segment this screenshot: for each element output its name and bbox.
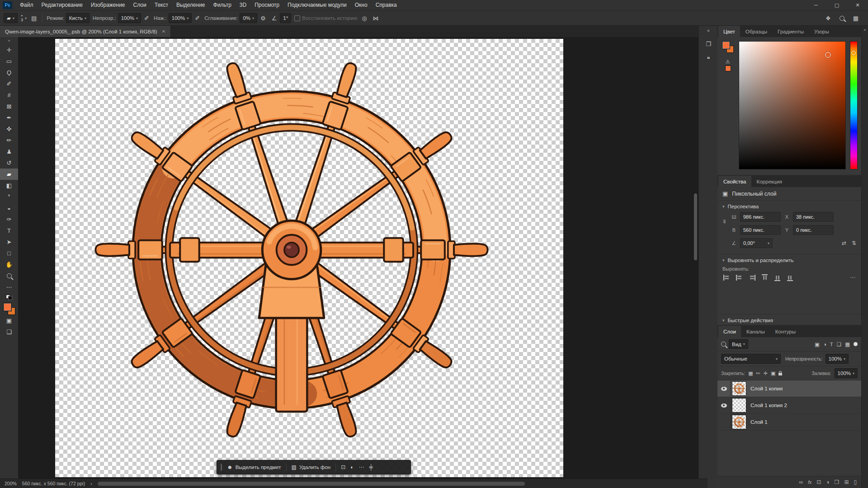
more-tools-button[interactable]: ⋯: [0, 282, 18, 293]
align-right-icon[interactable]: [749, 275, 755, 281]
horizontal-scrollbar[interactable]: [98, 482, 699, 486]
menu-item[interactable]: Изображение: [87, 0, 129, 10]
align-left-icon[interactable]: [723, 275, 730, 281]
layer-row-3[interactable]: Слой 1: [717, 414, 861, 431]
type-tool[interactable]: T: [0, 225, 18, 236]
toolbar-collapse-icon[interactable]: »: [8, 38, 10, 44]
horizontal-scrollbar-thumb[interactable]: [98, 482, 525, 486]
layer-visibility-toggle[interactable]: [717, 380, 731, 397]
filter-adjustment-layers-icon[interactable]: ◑: [823, 342, 826, 347]
filter-type-layers-icon[interactable]: T: [830, 342, 833, 347]
layer-name[interactable]: Слой 1 копия: [750, 386, 783, 391]
lock-position-icon[interactable]: ✛: [764, 371, 768, 376]
home-icon[interactable]: ❖: [824, 15, 832, 22]
lock-artboard-icon[interactable]: ▣: [771, 371, 775, 376]
x-field[interactable]: 38 пикс.: [793, 212, 834, 222]
clone-stamp-tool[interactable]: ♟: [0, 146, 18, 157]
layer-row-2[interactable]: Слой 1 копия 2: [717, 397, 861, 414]
layer-opacity-select[interactable]: 100%▾: [826, 354, 849, 364]
collapsed-panel-icon-1[interactable]: ❐: [703, 38, 714, 50]
tab-swatches[interactable]: Образцы: [741, 26, 772, 37]
zoom-level[interactable]: 200%: [5, 481, 17, 486]
angle-input[interactable]: 1°: [280, 13, 291, 23]
gradient-tool[interactable]: ◧: [0, 180, 18, 191]
flow-select[interactable]: 100%▾: [169, 13, 192, 23]
pen-tool[interactable]: ✑: [0, 214, 18, 225]
collapse-dock-icon[interactable]: «: [864, 28, 866, 32]
tab-layers[interactable]: Слои: [718, 326, 741, 337]
width-field[interactable]: 986 пикс.: [740, 212, 781, 222]
document-canvas[interactable]: ☻ Выделить предмет ▨ Удалить фон ⊡ ◐ ⋯ ╪: [55, 39, 563, 477]
pressure-opacity-icon[interactable]: ✐: [143, 15, 151, 22]
layer-name[interactable]: Слой 1 копия 2: [750, 403, 787, 408]
tab-color[interactable]: Цвет: [718, 26, 740, 37]
new-layer-icon[interactable]: ⊞: [844, 479, 849, 485]
layer-name[interactable]: Слой 1: [750, 419, 768, 425]
hand-tool[interactable]: ✋: [0, 259, 18, 270]
filter-pixel-layers-icon[interactable]: ▣: [815, 341, 820, 347]
vertical-scrollbar[interactable]: [694, 193, 697, 260]
default-colors-icon[interactable]: [6, 295, 12, 300]
layer-row-1[interactable]: Слой 1 копия: [717, 380, 861, 397]
eyedropper-tool[interactable]: ✒: [0, 112, 18, 123]
align-section-header[interactable]: ▾ Выровнять и распределить: [717, 254, 861, 265]
lock-pixels-icon[interactable]: ✏: [756, 371, 760, 376]
filter-smart-objects-icon[interactable]: ▦: [845, 341, 850, 347]
more-options-icon[interactable]: ⋯: [359, 464, 364, 470]
minimize-button[interactable]: ─: [806, 0, 826, 10]
web-color-chip[interactable]: [725, 66, 731, 71]
y-field[interactable]: 0 пикс.: [793, 225, 834, 235]
menu-item[interactable]: Окно: [351, 0, 372, 10]
blend-mode-select[interactable]: Обычные▾: [721, 354, 781, 364]
rectangular-marquee-tool[interactable]: ▭: [0, 56, 18, 67]
height-field[interactable]: 560 пикс.: [740, 225, 781, 235]
menu-item[interactable]: Редактирование: [38, 0, 87, 10]
brush-size-picker[interactable]: •3 ▾: [21, 14, 27, 22]
workspace-switcher-icon[interactable]: ▦: [852, 15, 860, 22]
tab-channels[interactable]: Каналы: [741, 326, 770, 337]
flip-horizontal-icon[interactable]: ⇄: [842, 240, 846, 246]
select-subject-button[interactable]: ☻ Выделить предмет: [227, 464, 281, 470]
filter-toggle-icon[interactable]: [854, 342, 858, 346]
saturation-brightness-field[interactable]: [739, 41, 846, 169]
search-icon[interactable]: [840, 16, 844, 21]
maximize-button[interactable]: ▢: [826, 0, 847, 10]
tab-adjustments[interactable]: Коррекция: [752, 176, 788, 187]
rectangle-tool[interactable]: □: [0, 248, 18, 259]
brush-settings-panel-toggle[interactable]: ▤: [30, 15, 38, 22]
menu-item[interactable]: Текст: [151, 0, 172, 10]
close-button[interactable]: ✕: [847, 0, 868, 10]
mode-select[interactable]: Кисть▾: [66, 13, 90, 23]
dodge-tool[interactable]: ◒: [0, 202, 18, 214]
tab-paths[interactable]: Контуры: [770, 326, 801, 337]
fill-select[interactable]: 100%▾: [835, 368, 858, 378]
taskbar-settings-icon[interactable]: ╪: [369, 464, 373, 470]
brush-tool[interactable]: ✏: [0, 135, 18, 146]
comments-panel-icon[interactable]: ❝: [703, 53, 714, 65]
tab-patterns[interactable]: Узоры: [809, 26, 834, 37]
tab-gradients[interactable]: Градиенты: [773, 26, 809, 37]
filter-shape-layers-icon[interactable]: ❏: [837, 341, 841, 347]
crop-action-icon[interactable]: ⊡: [341, 464, 345, 470]
hue-slider-marker[interactable]: [851, 51, 856, 55]
rotation-field[interactable]: 0,00°▾: [740, 238, 773, 248]
frame-tool[interactable]: ⊠: [0, 101, 18, 112]
screen-mode-button[interactable]: ❏: [0, 326, 18, 338]
menu-item[interactable]: Выделение: [172, 0, 209, 10]
smoothing-select[interactable]: 0%▾: [240, 13, 257, 23]
opacity-select[interactable]: 100%▾: [118, 13, 141, 23]
menu-item[interactable]: Просмотр: [250, 0, 283, 10]
document-tab[interactable]: Qwen-image-layers_00005_.psb @ 200% (Сло…: [0, 26, 171, 37]
eraser-tool[interactable]: ▰: [0, 169, 18, 180]
link-layers-icon[interactable]: ∞: [799, 479, 803, 485]
panel-foreground-swatch[interactable]: [722, 41, 730, 49]
erase-history-checkbox[interactable]: [294, 15, 300, 21]
layer-visibility-toggle[interactable]: [717, 397, 731, 413]
layer-visibility-toggle[interactable]: [717, 414, 731, 430]
transform-section-header[interactable]: ▾ Перспектива: [717, 201, 861, 211]
lasso-tool[interactable]: Ϙ: [0, 67, 18, 78]
new-adjustment-layer-icon[interactable]: ◑: [826, 479, 829, 485]
align-middle-vertical-icon[interactable]: [774, 274, 780, 281]
layer-thumbnail[interactable]: [731, 414, 748, 430]
tab-close-icon[interactable]: ✕: [162, 29, 165, 34]
